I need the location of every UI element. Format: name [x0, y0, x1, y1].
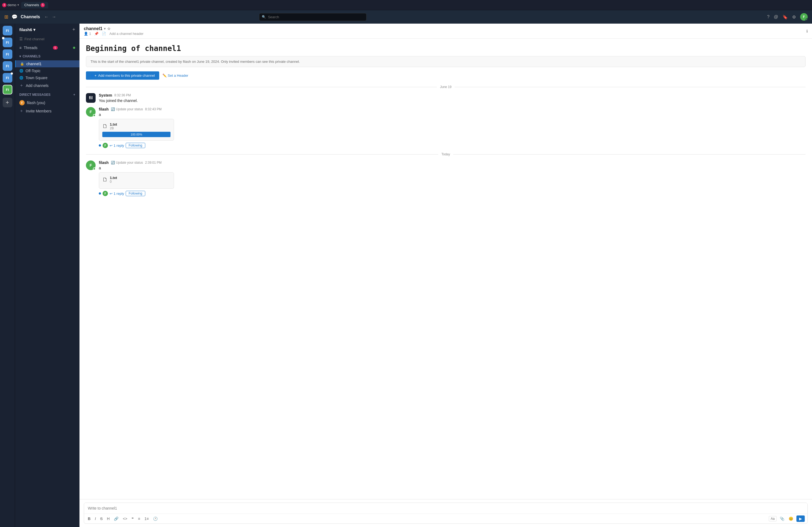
settings-icon[interactable]: ⚙ — [792, 15, 796, 19]
sidebar-dm-filash[interactable]: F filash (you) — [15, 99, 79, 107]
workspace-title[interactable]: filash6 ▾ — [19, 27, 35, 32]
numbered-list-btn[interactable]: 1≡ — [143, 516, 150, 521]
italic-btn[interactable]: I — [94, 516, 97, 521]
msg1-avatar[interactable]: F — [86, 107, 96, 117]
rail-avatar-4[interactable]: FI — [3, 61, 12, 71]
sidebar-item-channel1[interactable]: 🔒 channel1 — [15, 60, 79, 67]
grid-icon[interactable]: ⊞ — [4, 14, 8, 20]
filter-icon: ☰ — [19, 37, 23, 41]
msg2-following-btn[interactable]: Following — [126, 191, 145, 196]
emoji-btn[interactable]: 😊 — [787, 516, 794, 521]
channel-pin-icon[interactable]: 📌 — [94, 32, 99, 36]
threads-badge: 5 — [53, 46, 58, 50]
msg1-thread: F ↩ 1 reply Following — [99, 143, 806, 148]
channel-star-icon[interactable]: ☆ — [107, 27, 111, 31]
msg1-following-btn[interactable]: Following — [126, 143, 145, 148]
rail-avatar-5[interactable]: FI — [3, 73, 12, 82]
msg2-thread: F ↩ 1 reply Following — [99, 191, 806, 196]
townsquare-label: Town Square — [26, 76, 47, 80]
channel-header-placeholder[interactable]: Add a channel header — [109, 32, 143, 36]
quote-btn[interactable]: ❝ — [130, 516, 135, 521]
dm-section-header[interactable]: DIRECT MESSAGES + — [15, 91, 79, 98]
main-layout: FI FI FI FI FI FI + filash6 ▾ + ☰ ≡ — [0, 24, 812, 527]
sidebar-item-addchannel[interactable]: ＋ Add channels — [15, 81, 79, 90]
tab-badge: 5 — [41, 3, 45, 7]
rail-avatar-2[interactable]: FI — [3, 37, 12, 47]
reply-icon-1: ↩ — [110, 144, 113, 148]
channels-tab[interactable]: Channels 5 — [21, 2, 48, 8]
sidebar-search: ☰ — [15, 36, 79, 43]
sidebar-add-btn[interactable]: + — [72, 27, 75, 32]
sidebar: filash6 ▾ + ☰ ≡ Threads 5 ▾ CHANNELS 🔒 — [15, 24, 79, 527]
workspace-dropdown-icon[interactable]: ▾ — [17, 3, 19, 7]
threads-dot — [73, 47, 75, 49]
workspace-dropdown-icon: ▾ — [33, 27, 35, 32]
workspace-name[interactable]: demo — [8, 3, 16, 7]
top-bar: 4 demo ▾ Channels 5 — [0, 0, 812, 10]
msg2-avatar[interactable]: F — [86, 161, 96, 170]
msg2-status[interactable]: 🔄 Update your status — [111, 161, 143, 165]
thread-dot-2 — [99, 192, 101, 195]
workspace-badge: 4 — [2, 3, 6, 7]
add-workspace-btn[interactable]: + — [3, 98, 12, 107]
timer-btn[interactable]: 🕐 — [152, 516, 159, 521]
sidebar-item-offtopic[interactable]: 🌐 Off-Topic — [15, 67, 79, 74]
set-header-btn[interactable]: ✏️ Set a Header — [162, 71, 188, 80]
msg2-reply-btn[interactable]: ↩ 1 reply — [110, 192, 124, 196]
sidebar-item-townsquare[interactable]: 🌐 Town Square — [15, 74, 79, 81]
channel-files-icon[interactable]: 📄 — [102, 32, 106, 36]
search-input[interactable] — [259, 13, 366, 21]
question-icon[interactable]: ? — [767, 15, 770, 19]
msg1-filesize: 2B — [110, 126, 117, 130]
search-icon: 🔍 — [262, 15, 266, 19]
left-rail: FI FI FI FI FI FI + — [0, 24, 15, 527]
message-toolbar: B I S H 🔗 <> ❝ ≡ 1≡ 🕐 Aa 📎 😊 ▶ — [84, 514, 808, 524]
msg1-reply-btn[interactable]: ↩ 1 reply — [110, 144, 124, 148]
find-channel-input[interactable] — [25, 37, 75, 41]
channels-list: 🔒 channel1 🌐 Off-Topic 🌐 Town Square ＋ A… — [15, 59, 79, 91]
heading-btn[interactable]: H — [106, 516, 111, 521]
member-count: 1 — [89, 32, 91, 36]
system-text: You joined the channel. — [99, 99, 806, 103]
member-count-icon: 👤 1 — [84, 32, 91, 36]
strikethrough-btn[interactable]: S — [99, 516, 104, 521]
add-members-btn[interactable]: 👤+ Add members to this private channel — [86, 71, 159, 80]
system-icon: fil — [86, 93, 96, 103]
msg1-author: filash — [99, 107, 109, 111]
bookmark-icon[interactable]: 🔖 — [782, 15, 788, 19]
rail-avatar-3[interactable]: FI — [3, 49, 12, 59]
link-btn[interactable]: 🔗 — [113, 516, 119, 521]
reply-icon-2: ↩ — [110, 192, 113, 196]
bold-btn[interactable]: B — [87, 516, 91, 521]
nav-back[interactable]: ← — [43, 14, 50, 20]
msg1-progress-fill: 100.00% — [102, 132, 171, 137]
dm-list: F filash (you) ＋ Invite Members — [15, 98, 79, 116]
channels-section-header[interactable]: ▾ CHANNELS — [15, 52, 79, 59]
message-input[interactable] — [84, 503, 808, 514]
mention-icon[interactable]: @ — [774, 15, 778, 19]
globe-icon-offtopic: 🌐 — [19, 69, 23, 73]
rail-avatar-1[interactable]: FI — [3, 26, 12, 35]
msg1-status[interactable]: 🔄 Update your status — [111, 107, 143, 111]
channels-arrow: ▾ — [19, 55, 21, 58]
send-btn[interactable]: ▶ — [796, 515, 805, 522]
message-1: F filash 🔄 Update your status 8:32:43 PM… — [86, 107, 806, 148]
sidebar-item-threads[interactable]: ≡ Threads 5 — [15, 44, 79, 51]
dm-add-icon[interactable]: + — [73, 93, 75, 96]
msg1-filename: 1.txt — [110, 122, 117, 126]
rail-avatar-active[interactable]: FI — [3, 85, 12, 94]
attachment-btn[interactable]: 📎 — [779, 516, 785, 521]
msg1-file-header: 🗋 1.txt 2B — [102, 122, 171, 130]
channel-dropdown-icon[interactable]: ▾ — [104, 27, 105, 31]
channel-info-icon[interactable]: ℹ — [806, 29, 808, 33]
msg2-text: a — [99, 166, 806, 170]
user-avatar-nav[interactable]: F — [800, 13, 808, 21]
threads-icon: ≡ — [19, 46, 21, 50]
list-btn[interactable]: ≡ — [137, 516, 141, 521]
font-size-btn[interactable]: Aa — [769, 516, 777, 521]
system-message-header: System 8:32:36 PM — [99, 93, 806, 97]
nav-forward[interactable]: → — [51, 14, 57, 20]
code-btn[interactable]: <> — [122, 516, 128, 521]
thread-avatar-2: F — [103, 191, 108, 196]
sidebar-item-invite[interactable]: ＋ Invite Members — [15, 107, 79, 115]
